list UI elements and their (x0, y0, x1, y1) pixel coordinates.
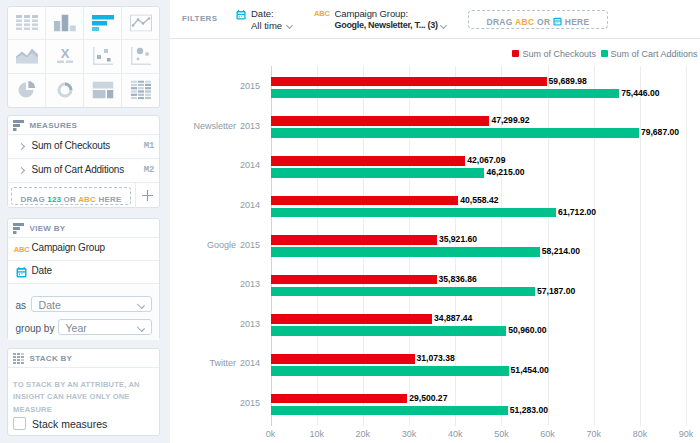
svg-text:X: X (60, 48, 69, 61)
